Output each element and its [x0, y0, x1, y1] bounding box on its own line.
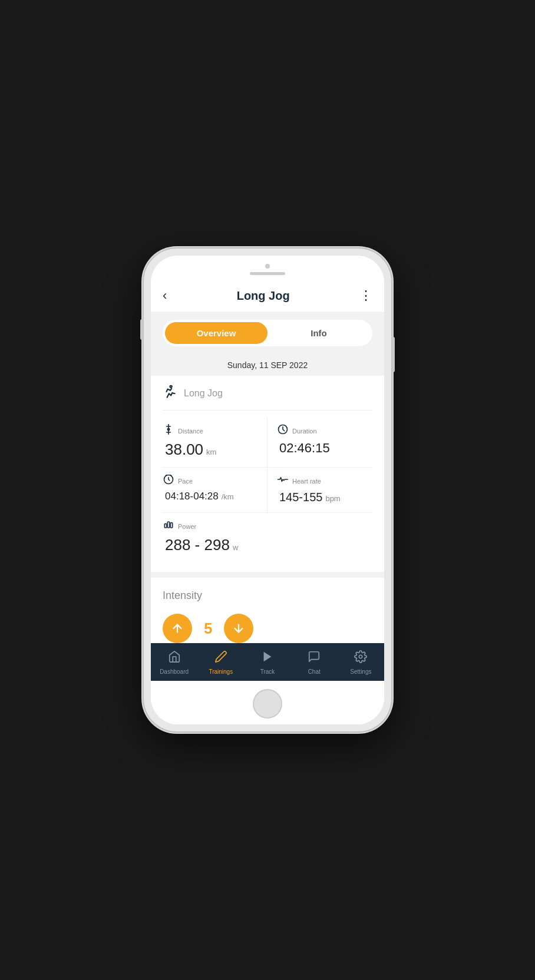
- app-content: ‹ Long Jog ⋮ Overview Info Sunday, 11 SE…: [151, 279, 384, 681]
- home-button-wrap: [151, 681, 384, 724]
- header: ‹ Long Jog ⋮: [151, 279, 384, 312]
- back-button[interactable]: ‹: [163, 288, 167, 303]
- intensity-card: Intensity 5: [151, 578, 384, 643]
- page-title: Long Jog: [237, 289, 290, 303]
- date-row: Sunday, 11 SEP 2022: [151, 355, 384, 376]
- svg-point-0: [170, 386, 171, 388]
- chat-icon: [308, 650, 321, 666]
- nav-settings[interactable]: Settings: [338, 643, 384, 681]
- nav-trainings[interactable]: Trainings: [197, 643, 244, 681]
- nav-dashboard[interactable]: Dashboard: [151, 643, 197, 681]
- svg-rect-7: [170, 523, 172, 528]
- track-icon: [261, 650, 274, 666]
- stat-power: Power 288 - 298 w: [163, 513, 372, 562]
- svg-marker-10: [264, 652, 272, 662]
- trainings-label: Trainings: [209, 668, 233, 675]
- distance-unit: km: [206, 448, 216, 456]
- home-button[interactable]: [253, 689, 282, 719]
- distance-label: Distance: [178, 428, 203, 435]
- phone-top-bar: [151, 256, 384, 279]
- date-text: Sunday, 11 SEP 2022: [227, 360, 308, 370]
- nav-chat[interactable]: Chat: [291, 643, 338, 681]
- heartrate-icon: [277, 474, 289, 488]
- heartrate-label: Heart rate: [292, 478, 321, 485]
- dashboard-icon: [168, 650, 181, 666]
- speaker: [250, 272, 285, 275]
- phone-frame: ‹ Long Jog ⋮ Overview Info Sunday, 11 SE…: [144, 249, 391, 731]
- intensity-up-button[interactable]: [163, 614, 192, 643]
- run-icon: [163, 384, 178, 403]
- bottom-nav: Dashboard Trainings: [151, 643, 384, 681]
- pace-icon: [163, 474, 174, 488]
- tab-toggle: Overview Info: [163, 320, 372, 346]
- stats-card: Long Jog: [151, 376, 384, 572]
- power-value: 288 - 298: [165, 536, 230, 554]
- distance-icon: [163, 423, 174, 438]
- power-icon: [163, 519, 174, 534]
- chat-label: Chat: [308, 668, 321, 675]
- power-label: Power: [178, 523, 196, 530]
- workout-title-row: Long Jog: [163, 376, 372, 410]
- settings-icon: [354, 650, 367, 666]
- pace-label: Pace: [178, 478, 193, 485]
- duration-label: Duration: [292, 428, 317, 435]
- settings-label: Settings: [350, 668, 371, 675]
- stat-heartrate: Heart rate 145-155 bpm: [268, 468, 372, 513]
- pace-unit: /km: [222, 492, 234, 501]
- duration-icon: [277, 423, 289, 438]
- nav-track[interactable]: Track: [244, 643, 290, 681]
- main-scroll: Sunday, 11 SEP 2022 Long Jog: [151, 355, 384, 643]
- stat-duration: Duration 02:46:15: [268, 418, 372, 468]
- heartrate-value: 145-155: [279, 491, 322, 504]
- intensity-title: Intensity: [163, 590, 372, 602]
- tab-toggle-wrap: Overview Info: [151, 312, 384, 355]
- intensity-value: 5: [204, 620, 212, 638]
- tab-overview[interactable]: Overview: [165, 322, 268, 344]
- stat-distance: Distance 38.00 km: [163, 418, 268, 468]
- workout-name: Long Jog: [184, 388, 223, 399]
- tab-info[interactable]: Info: [268, 322, 370, 344]
- phone-screen: ‹ Long Jog ⋮ Overview Info Sunday, 11 SE…: [151, 256, 384, 724]
- dashboard-label: Dashboard: [160, 668, 189, 675]
- heartrate-unit: bpm: [325, 494, 340, 503]
- intensity-down-button[interactable]: [224, 614, 253, 643]
- track-label: Track: [260, 668, 275, 675]
- svg-point-11: [359, 655, 363, 658]
- stat-pace: Pace 04:18-04:28 /km: [163, 468, 268, 513]
- more-button[interactable]: ⋮: [359, 288, 372, 303]
- stats-grid: Distance 38.00 km: [163, 418, 372, 562]
- trainings-icon: [214, 650, 227, 666]
- power-unit: w: [233, 543, 238, 552]
- duration-value: 02:46:15: [279, 441, 330, 456]
- svg-rect-6: [167, 522, 169, 528]
- svg-rect-5: [164, 524, 166, 528]
- pace-value: 04:18-04:28: [165, 491, 219, 502]
- intensity-controls: 5: [163, 614, 372, 643]
- camera: [265, 264, 270, 269]
- distance-value: 38.00: [165, 441, 203, 459]
